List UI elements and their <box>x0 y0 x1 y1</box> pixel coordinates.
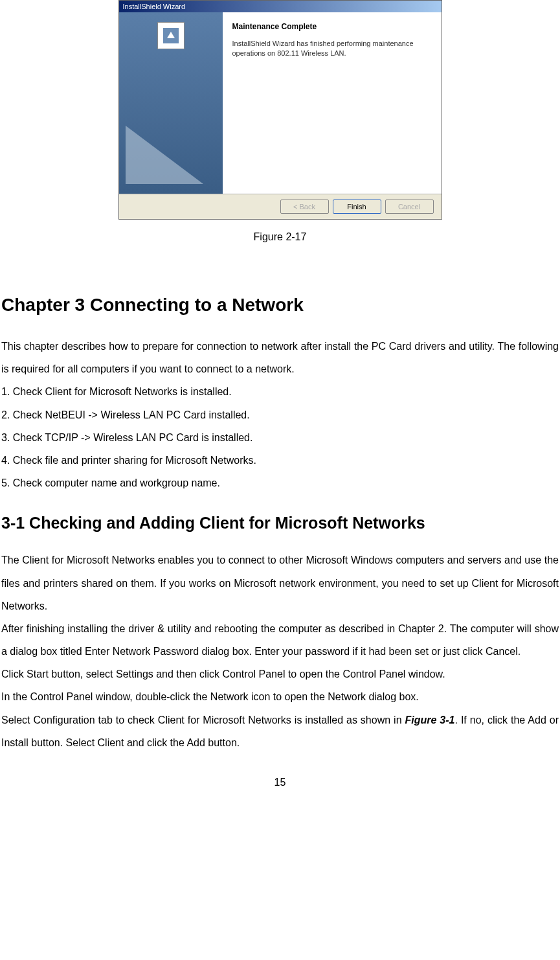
figure-caption: Figure 2-17 <box>1 231 559 243</box>
wizard-body-text: InstallShield Wizard has finished perfor… <box>232 39 432 59</box>
section-paragraph-5: Select Configuration tab to check Client… <box>1 709 559 754</box>
installer-icon <box>157 22 185 49</box>
wizard-heading: Maintenance Complete <box>232 22 432 31</box>
section-title: 3-1 Checking and Adding Client for Micro… <box>1 514 559 532</box>
step-5: 5. Check computer name and workgroup nam… <box>1 472 559 494</box>
wizard-side-panel <box>119 12 223 194</box>
section-paragraph-3: Click Start button, select Settings and … <box>1 663 559 685</box>
wizard-content: Maintenance Complete InstallShield Wizar… <box>223 12 442 194</box>
decorative-triangle <box>126 126 203 184</box>
p5-text-a: Select Configuration tab to check Client… <box>1 714 405 726</box>
step-3: 3. Check TCP/IP -> Wireless LAN PC Card … <box>1 426 559 449</box>
step-4: 4. Check file and printer sharing for Mi… <box>1 449 559 472</box>
wizard-button-bar: < Back Finish Cancel <box>119 194 442 219</box>
cancel-button[interactable]: Cancel <box>385 200 434 214</box>
installshield-wizard-window: InstallShield Wizard Maintenance Complet… <box>118 0 442 220</box>
section-paragraph-4: In the Control Panel window, double-clic… <box>1 685 559 708</box>
finish-button[interactable]: Finish <box>333 200 381 214</box>
intro-paragraph: This chapter describes how to prepare fo… <box>1 335 559 380</box>
step-2: 2. Check NetBEUI -> Wireless LAN PC Card… <box>1 404 559 426</box>
wizard-titlebar: InstallShield Wizard <box>119 1 442 12</box>
page-number: 15 <box>1 777 559 795</box>
back-button[interactable]: < Back <box>280 200 329 214</box>
section-paragraph-1: The Client for Microsoft Networks enable… <box>1 549 559 617</box>
figure-reference: Figure 3-1 <box>405 714 455 726</box>
step-1: 1. Check Client for Microsoft Networks i… <box>1 380 559 403</box>
section-paragraph-2: After finishing installing the driver & … <box>1 617 559 663</box>
wizard-body: Maintenance Complete InstallShield Wizar… <box>119 12 442 194</box>
wizard-title-text: InstallShield Wizard <box>123 3 186 10</box>
chapter-title: Chapter 3 Connecting to a Network <box>1 295 559 315</box>
